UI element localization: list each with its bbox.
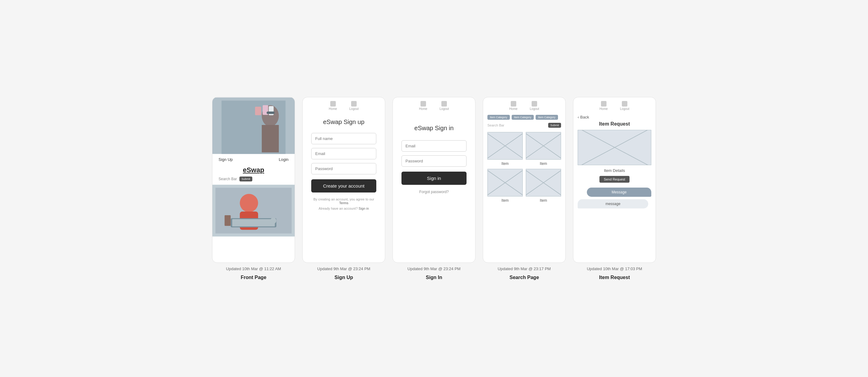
item-image-1[interactable]: [526, 132, 561, 160]
nav-logout-label-signin: Logout: [439, 107, 449, 111]
nav-logout-item-req[interactable]: Logout: [620, 101, 629, 111]
signin-heading: eSwap Sign in: [401, 125, 467, 132]
fullname-input[interactable]: [311, 133, 376, 144]
nav-home-label-signin: Home: [419, 107, 427, 111]
search-submit-button[interactable]: Submit: [239, 177, 252, 182]
signup-title: Sign Up: [335, 275, 353, 280]
create-account-button[interactable]: Create your account: [311, 179, 376, 192]
frame-search: Home Logout Item Category Item Category …: [483, 97, 566, 263]
logout-icon-search: [532, 101, 537, 106]
search-grid: Item Item Item Item: [487, 132, 561, 202]
logo-area: eSwap: [212, 165, 294, 177]
nav-home-search[interactable]: Home: [509, 101, 518, 111]
list-item: Item: [487, 132, 523, 166]
home-icon-signin: [421, 101, 426, 106]
frame-front: Sign Up Login eSwap Search Bar Submit: [212, 97, 295, 263]
category-badge-2[interactable]: Item Category: [536, 115, 558, 120]
category-badge-1[interactable]: Item Category: [512, 115, 534, 120]
search-nav: Home Logout: [483, 97, 565, 113]
back-button[interactable]: Back: [580, 115, 589, 119]
frame-signup: Home Logout eSwap Sign up Create your ac…: [302, 97, 385, 263]
logo: eSwap: [243, 166, 264, 174]
list-item: Item: [526, 132, 561, 166]
nav-logout-label: Logout: [349, 107, 359, 111]
category-badge-0[interactable]: Item Category: [487, 115, 510, 120]
frame-wrapper-search: Home Logout Item Category Item Category …: [483, 97, 566, 280]
item-label-1: Item: [540, 161, 547, 166]
back-row: ‹ Back: [578, 115, 651, 119]
signin-button[interactable]: Sign in: [401, 171, 467, 185]
search-bar-text: Search Bar: [487, 123, 546, 127]
signin-body: eSwap Sign in Sign in Forgot password?: [393, 113, 475, 200]
nav-home-item-req[interactable]: Home: [599, 101, 608, 111]
signup-heading: eSwap Sign up: [311, 119, 376, 126]
item-req-heading: Item Request: [578, 121, 651, 127]
home-icon-search: [511, 101, 516, 106]
search-bar-row: Search Bar Submit: [487, 123, 561, 128]
frame-signin: Home Logout eSwap Sign in Sign in Forgot…: [393, 97, 475, 263]
front-title: Front Page: [241, 275, 267, 280]
svg-point-16: [270, 217, 277, 223]
signin-link[interactable]: Sign in: [359, 207, 369, 210]
signin-title: Sign In: [426, 275, 442, 280]
nav-logout-search[interactable]: Logout: [530, 101, 539, 111]
item-details-label: Item Details: [578, 168, 651, 173]
list-item: Item: [487, 169, 523, 202]
forgot-password-link[interactable]: Forgot password?: [401, 190, 467, 194]
message-sent-bubble: Message: [587, 188, 651, 197]
svg-point-11: [240, 194, 258, 212]
svg-rect-14: [232, 219, 275, 226]
signup-date: Updated 9th Mar @ 23:24 PM: [317, 266, 370, 271]
nav-home-signin[interactable]: Home: [419, 101, 427, 111]
frame-wrapper-signup: Home Logout eSwap Sign up Create your ac…: [302, 97, 385, 280]
svg-rect-15: [225, 215, 231, 226]
email-signin-input[interactable]: [401, 140, 467, 152]
item-image-3[interactable]: [526, 169, 561, 196]
already-account-prompt: Already have an account? Sign in: [311, 207, 376, 210]
nav-home-label: Home: [329, 107, 337, 111]
gallery: Sign Up Login eSwap Search Bar Submit: [212, 97, 656, 280]
message-recv-bubble: message: [578, 199, 648, 209]
nav-home[interactable]: Home: [329, 101, 337, 111]
search-title: Search Page: [509, 275, 539, 280]
send-request-button[interactable]: Send Request: [599, 176, 629, 183]
password-input[interactable]: [311, 163, 376, 175]
nav-logout-label-search: Logout: [530, 107, 539, 111]
terms-link[interactable]: Terms: [339, 201, 348, 205]
search-page-submit-button[interactable]: Submit: [548, 123, 561, 128]
signup-body: eSwap Sign up Create your account By cre…: [303, 113, 385, 216]
item-image-0[interactable]: [487, 132, 523, 160]
password-signin-input[interactable]: [401, 155, 467, 167]
frame-wrapper-item-req: Home Logout ‹ Back Item Request Item D: [573, 97, 656, 280]
back-chevron-icon: ‹: [578, 115, 579, 119]
item-req-image: [578, 130, 651, 165]
category-row: Item Category Item Category Item Categor…: [487, 115, 561, 120]
item-label-2: Item: [501, 198, 508, 202]
nav-logout[interactable]: Logout: [349, 101, 359, 111]
nav-logout-signin[interactable]: Logout: [439, 101, 449, 111]
nav-home-label-search: Home: [509, 107, 518, 111]
home-icon: [330, 101, 336, 106]
svg-rect-8: [212, 97, 294, 154]
front-date: Updated 10th Mar @ 11:22 AM: [226, 266, 281, 271]
item-req-title: Item Request: [599, 275, 630, 280]
item-image-2[interactable]: [487, 169, 523, 196]
front-auth-row: Sign Up Login: [212, 154, 294, 165]
item-req-nav: Home Logout: [574, 97, 656, 113]
item-label-0: Item: [501, 161, 508, 166]
search-date: Updated 9th Mar @ 23:17 PM: [498, 266, 551, 271]
logout-icon-item-req: [622, 101, 627, 106]
logout-icon: [351, 101, 356, 106]
item-req-body: ‹ Back Item Request Item Details Send Re…: [574, 113, 656, 211]
nav-home-label-item-req: Home: [599, 107, 608, 111]
login-link[interactable]: Login: [279, 157, 288, 162]
frame-wrapper-signin: Home Logout eSwap Sign in Sign in Forgot…: [393, 97, 475, 280]
terms-text: By creating an account, you agree to our…: [311, 197, 376, 205]
search-bar-label: Search Bar: [219, 177, 237, 181]
email-input[interactable]: [311, 148, 376, 159]
hero-top-image: [212, 97, 294, 154]
item-req-date: Updated 10th Mar @ 17:03 PM: [587, 266, 642, 271]
signup-nav: Home Logout: [303, 97, 385, 113]
signup-link[interactable]: Sign Up: [219, 157, 232, 162]
frame-wrapper-front: Sign Up Login eSwap Search Bar Submit: [212, 97, 295, 280]
